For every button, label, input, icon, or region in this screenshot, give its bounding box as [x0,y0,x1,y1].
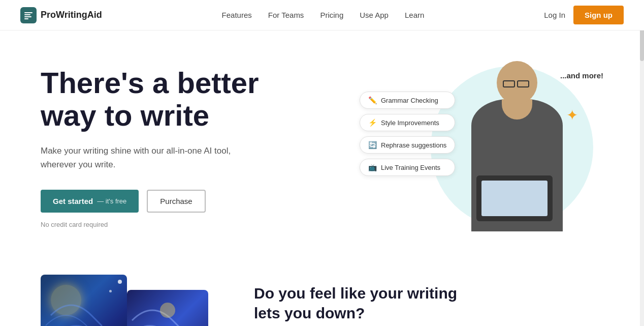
style-icon: ⚡ [368,118,377,127]
login-button[interactable]: Log In [544,11,565,19]
person-body [471,99,563,231]
svg-rect-2 [24,16,31,17]
signup-button[interactable]: Sign up [573,6,624,24]
card-front-svg [127,290,208,326]
hero-buttons: Get started — it's free Purchase [41,190,259,213]
hero-subtitle: Make your writing shine with our all-in-… [41,144,234,171]
card-back [41,275,127,326]
feature-pills: ✏️ Grammar Checking ⚡ Style Improvements… [360,92,455,176]
sparkle-icon: ✦ [566,107,578,124]
brand-name: ProWritingAid [41,10,102,20]
pill-training: 📺 Live Training Events [360,159,455,176]
nav-pricing[interactable]: Pricing [320,11,343,19]
navbar-actions: Log In Sign up [544,6,624,24]
second-text: Do you feel like your writing lets you d… [254,283,477,326]
get-started-button[interactable]: Get started — it's free [41,190,139,213]
hero-left: There's a better way to write Make your … [41,67,259,228]
logo-link[interactable]: ProWritingAid [20,7,102,23]
card-moon [160,303,175,318]
card-front: My idea in my head [127,290,208,326]
logo-icon [20,7,37,23]
navbar: ProWritingAid Features For Teams Pricing… [0,0,644,31]
laptop-screen [481,181,548,216]
scrollbar-track [640,0,644,326]
and-more-text: ...and more! [560,71,603,80]
person-head [497,61,537,104]
nav-use-app[interactable]: Use App [360,11,389,19]
svg-rect-3 [24,18,28,19]
glasses [503,80,531,87]
nav-learn[interactable]: Learn [405,11,424,19]
hero-person [451,61,583,234]
nav-links: Features For Teams Pricing Use App Learn [222,11,425,20]
hero-section: There's a better way to write Make your … [0,31,644,254]
no-credit-text: No credit card required [41,221,259,228]
second-section: My idea in my head Do you feel like your… [0,254,644,326]
hero-illustration: ✏️ Grammar Checking ⚡ Style Improvements… [360,61,603,234]
pill-grammar: ✏️ Grammar Checking [360,92,455,109]
rephrase-icon: 🔄 [368,141,377,149]
pill-rephrase: 🔄 Rephrase suggestions [360,136,455,154]
swirl-svg [41,275,127,326]
laptop [476,175,553,221]
svg-rect-1 [24,14,30,15]
second-section-title: Do you feel like your writing lets you d… [254,283,477,323]
second-image-area: My idea in my head [41,275,213,326]
pill-style: ⚡ Style Improvements [360,114,455,131]
grammar-icon: ✏️ [368,96,377,104]
purchase-button[interactable]: Purchase [147,190,205,213]
hero-title: There's a better way to write [41,67,259,132]
training-icon: 📺 [368,163,377,171]
nav-features[interactable]: Features [222,11,252,19]
svg-rect-0 [24,12,33,13]
nav-for-teams[interactable]: For Teams [268,11,304,19]
